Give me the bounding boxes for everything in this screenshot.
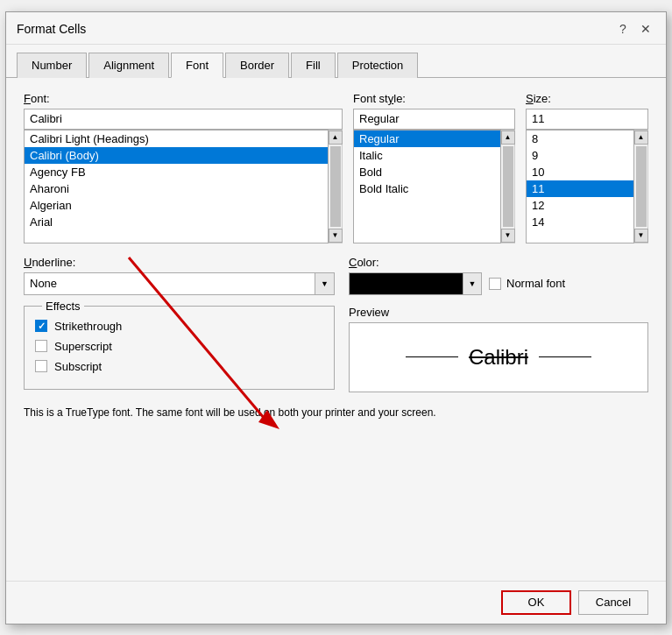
tab-protection[interactable]: Protection <box>337 53 419 78</box>
size-list[interactable]: 8 9 10 11 12 14 <box>526 130 634 243</box>
list-item[interactable]: Arial <box>25 214 328 230</box>
scroll-thumb[interactable] <box>503 146 513 227</box>
list-item[interactable]: Algerian <box>25 197 328 214</box>
strikethrough-label: Strikethrough <box>54 320 122 333</box>
close-button[interactable]: ✕ <box>636 19 655 39</box>
tab-fill[interactable]: Fill <box>291 53 336 78</box>
top-fields-row: Font: Calibri Light (Headings) Calibri (… <box>24 92 648 243</box>
tab-number[interactable]: Number <box>17 53 87 78</box>
effects-column: Effects ✓ Strikethrough Superscript <box>24 306 335 392</box>
list-item[interactable]: Regular <box>354 131 500 147</box>
style-list-container: Regular Italic Bold Bold Italic ▲ ▼ <box>353 130 515 243</box>
strikethrough-checkbox[interactable]: ✓ <box>35 320 47 332</box>
style-list-scrollbar[interactable]: ▲ ▼ <box>501 130 515 243</box>
color-swatch[interactable] <box>349 272 463 295</box>
scroll-up-arrow[interactable]: ▲ <box>501 131 515 145</box>
style-column: Font style: Regular Italic Bold Bold Ita… <box>353 92 515 243</box>
list-item[interactable]: Italic <box>354 147 500 164</box>
list-item[interactable]: 14 <box>527 214 633 230</box>
list-item[interactable]: Calibri Light (Headings) <box>25 131 328 147</box>
underline-label: Underline: <box>24 256 335 269</box>
style-label: Font style: <box>353 92 515 105</box>
list-item[interactable]: Bold Italic <box>354 180 500 197</box>
style-input[interactable] <box>353 109 515 130</box>
scroll-thumb[interactable] <box>636 146 647 227</box>
preview-text: Calibri <box>469 345 528 370</box>
subscript-item: Subscript <box>35 360 323 373</box>
preview-line-left <box>406 356 458 357</box>
preview-column: Preview Calibri <box>349 306 648 392</box>
scroll-up-arrow[interactable]: ▲ <box>634 131 648 145</box>
info-text: This is a TrueType font. The same font w… <box>24 406 648 419</box>
tab-bar: Number Alignment Font Border Fill Protec… <box>6 45 666 78</box>
preview-box: Calibri <box>349 322 648 392</box>
color-wrapper: ▼ Normal font <box>349 272 648 295</box>
ok-button[interactable]: OK <box>501 590 571 615</box>
tab-content: Font: Calibri Light (Headings) Calibri (… <box>6 78 666 581</box>
tab-border[interactable]: Border <box>225 53 289 78</box>
size-column: Size: 8 9 10 11 12 14 ▲ ▼ <box>526 92 648 243</box>
scroll-down-arrow[interactable]: ▼ <box>634 229 648 243</box>
underline-dropdown-arrow[interactable]: ▼ <box>315 272 335 295</box>
normal-font-wrapper: Normal font <box>489 277 565 290</box>
preview-line-right <box>539 356 591 357</box>
size-list-scrollbar[interactable]: ▲ ▼ <box>634 130 648 243</box>
list-item[interactable]: Bold <box>354 164 500 180</box>
list-item[interactable]: 11 <box>527 180 633 197</box>
subscript-label: Subscript <box>54 360 102 373</box>
scroll-thumb[interactable] <box>330 146 341 227</box>
normal-font-checkbox[interactable] <box>489 278 501 290</box>
effects-preview-row: Effects ✓ Strikethrough Superscript <box>24 306 648 392</box>
underline-color-row: Underline: None Single Double ▼ Color: ▼ <box>24 256 648 295</box>
scroll-down-arrow[interactable]: ▼ <box>329 229 343 243</box>
normal-font-label: Normal font <box>506 277 565 290</box>
list-item[interactable]: 12 <box>527 197 633 214</box>
font-label: Font: <box>24 92 343 105</box>
font-list-scrollbar[interactable]: ▲ ▼ <box>329 130 343 243</box>
list-item[interactable]: Agency FB <box>25 164 328 180</box>
color-column: Color: ▼ Normal font <box>349 256 648 295</box>
superscript-label: Superscript <box>54 340 112 353</box>
strikethrough-item: ✓ Strikethrough <box>35 320 323 333</box>
list-item[interactable]: Calibri (Body) <box>25 147 328 164</box>
preview-content: Calibri <box>406 345 591 370</box>
font-list[interactable]: Calibri Light (Headings) Calibri (Body) … <box>24 130 329 243</box>
size-list-container: 8 9 10 11 12 14 ▲ ▼ <box>526 130 648 243</box>
scroll-down-arrow[interactable]: ▼ <box>501 229 515 243</box>
tab-alignment[interactable]: Alignment <box>88 53 169 78</box>
effects-legend: Effects <box>42 300 84 313</box>
help-button[interactable]: ? <box>613 19 633 39</box>
bottom-button-row: OK Cancel <box>6 581 666 624</box>
underline-column: Underline: None Single Double ▼ <box>24 256 335 295</box>
list-item[interactable]: 8 <box>527 131 633 147</box>
title-bar: Format Cells ? ✕ <box>6 12 666 45</box>
font-column: Font: Calibri Light (Headings) Calibri (… <box>24 92 343 243</box>
font-list-container: Calibri Light (Headings) Calibri (Body) … <box>24 130 343 243</box>
checkmark-icon: ✓ <box>38 321 46 332</box>
underline-select[interactable]: None Single Double <box>24 272 315 295</box>
effects-content: ✓ Strikethrough Superscript Subscript <box>35 320 323 373</box>
scroll-up-arrow[interactable]: ▲ <box>329 131 343 145</box>
underline-select-wrapper: None Single Double ▼ <box>24 272 335 295</box>
list-item[interactable]: 9 <box>527 147 633 164</box>
subscript-checkbox[interactable] <box>35 360 47 372</box>
list-item[interactable]: Aharoni <box>25 180 328 197</box>
list-item[interactable]: 10 <box>527 164 633 180</box>
effects-group: Effects ✓ Strikethrough Superscript <box>24 306 335 390</box>
superscript-item: Superscript <box>35 340 323 353</box>
size-label: Size: <box>526 92 648 105</box>
tab-font[interactable]: Font <box>171 53 223 78</box>
color-select-wrapper: ▼ <box>349 272 482 295</box>
font-input[interactable] <box>24 109 343 130</box>
color-dropdown-arrow[interactable]: ▼ <box>463 272 482 295</box>
cancel-button[interactable]: Cancel <box>578 590 648 615</box>
color-label: Color: <box>349 256 648 269</box>
size-input[interactable] <box>526 109 648 130</box>
style-list[interactable]: Regular Italic Bold Bold Italic <box>353 130 501 243</box>
superscript-checkbox[interactable] <box>35 340 47 352</box>
info-area: This is a TrueType font. The same font w… <box>24 406 648 419</box>
preview-label: Preview <box>349 306 648 319</box>
dialog-title: Format Cells <box>17 22 86 36</box>
format-cells-dialog: Format Cells ? ✕ Number Alignment Font B… <box>5 11 667 624</box>
